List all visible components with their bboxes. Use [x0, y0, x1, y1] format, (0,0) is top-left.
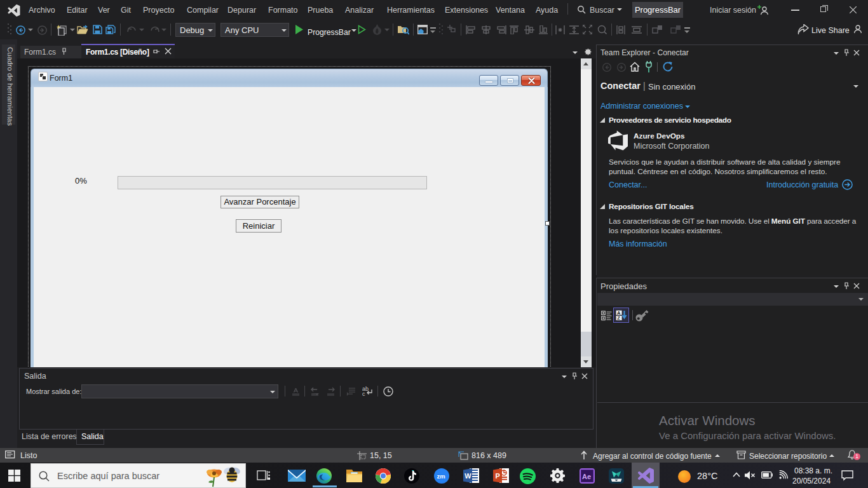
svg-text:zm: zm	[437, 473, 445, 480]
svg-text:P: P	[496, 472, 500, 480]
svg-text:Z: Z	[617, 315, 620, 321]
svg-text:c: c	[362, 391, 365, 396]
svg-text:W: W	[465, 472, 471, 480]
svg-text:Ae: Ae	[582, 473, 591, 480]
